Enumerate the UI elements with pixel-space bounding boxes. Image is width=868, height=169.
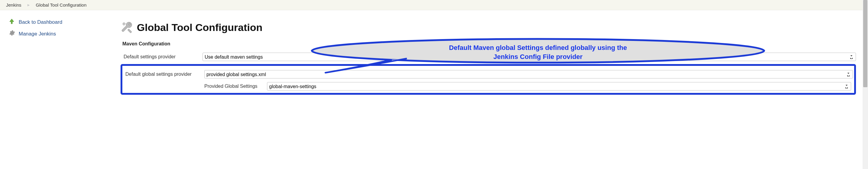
- label-default-global: Default global settings provider: [125, 72, 201, 77]
- label-default-settings: Default settings provider: [124, 54, 199, 59]
- select-default-settings[interactable]: Use default maven settings: [203, 53, 856, 61]
- breadcrumb-root[interactable]: Jenkins: [6, 2, 22, 7]
- tools-icon: [121, 20, 134, 35]
- scrollbar-thumb[interactable]: [863, 0, 867, 87]
- select-provided-global[interactable]: global-maven-settings: [267, 82, 851, 90]
- vertical-scrollbar[interactable]: [863, 0, 868, 169]
- select-default-global[interactable]: provided global settings.xml: [204, 70, 853, 79]
- svg-rect-0: [127, 29, 132, 33]
- breadcrumb-current: Global Tool Configuration: [36, 2, 87, 7]
- sidebar-item-manage[interactable]: Manage Jenkins: [8, 28, 112, 40]
- sidebar-item-label: Manage Jenkins: [19, 31, 56, 37]
- chevron-right-icon: ▶: [27, 3, 30, 7]
- sidebar: Back to Dashboard Manage Jenkins: [0, 10, 115, 98]
- form-row-provided-global: Provided Global Settings global-maven-se…: [122, 80, 853, 90]
- form-row-default-global: Default global settings provider provide…: [122, 68, 853, 80]
- sidebar-item-back[interactable]: Back to Dashboard: [8, 16, 112, 28]
- sidebar-item-label: Back to Dashboard: [19, 19, 62, 25]
- up-arrow-icon: [8, 18, 15, 26]
- breadcrumb: Jenkins ▶ Global Tool Configuration: [0, 0, 868, 10]
- highlighted-global-settings: Default global settings provider provide…: [121, 64, 856, 95]
- label-provided-global: Provided Global Settings: [204, 84, 264, 89]
- gear-icon: [8, 30, 15, 38]
- page-title: Global Tool Configuration: [137, 22, 262, 33]
- main-content: Global Tool Configuration Default Maven …: [115, 10, 868, 98]
- section-title-maven: Maven Configuration: [122, 41, 856, 47]
- form-row-default-settings: Default settings provider Use default ma…: [121, 51, 856, 63]
